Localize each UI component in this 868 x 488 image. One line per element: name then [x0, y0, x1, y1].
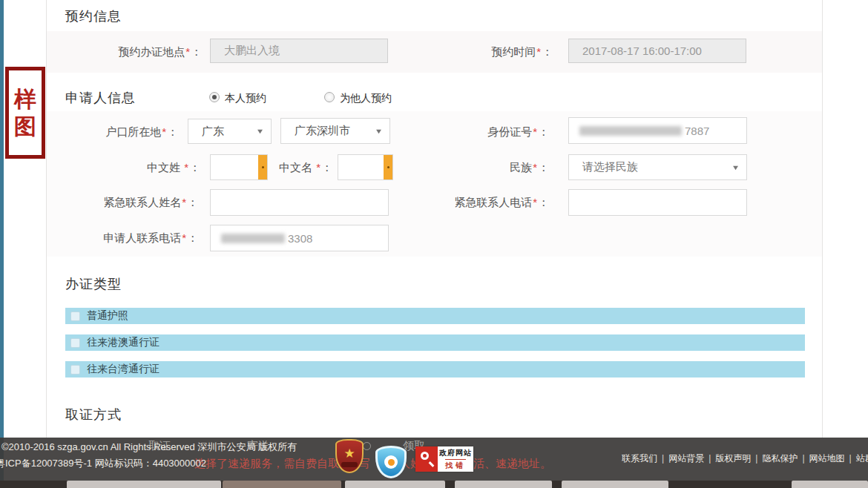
hukou-city-select[interactable]: 广东深圳市 ▼ — [280, 118, 390, 144]
appointment-location-label: 预约办证地点*： — [118, 39, 202, 65]
hukou-label: 户口所在地*： — [105, 119, 178, 145]
appointment-time-value: 2017-08-17 16:00-17:00 — [582, 44, 702, 57]
givenname-label: 中文名 *： — [279, 154, 332, 180]
redacted-id-prefix — [579, 126, 682, 136]
page-footer: 取证 寄送 领取 选择了速递服务，需自费自取， 填写 人姓 活、速递地址。 ©2… — [0, 438, 868, 481]
emergency-phone-input[interactable] — [568, 189, 747, 216]
footer-icp: 粤ICP备12007389号-1 网站标识码：4403000002 — [0, 457, 206, 470]
redacted-phone-prefix — [221, 234, 285, 243]
id-number-input[interactable]: 7887 — [568, 117, 747, 144]
appointment-location-input: 大鹏出入境 — [210, 39, 388, 63]
hukou-city-value: 广东深圳市 — [295, 124, 350, 138]
chevron-down-icon: ▼ — [256, 128, 265, 135]
taskbar-window-button[interactable] — [223, 481, 341, 488]
obscured-radio — [363, 442, 371, 450]
surname-input[interactable] — [210, 154, 268, 180]
chevron-down-icon: ▼ — [375, 128, 384, 135]
footer-link-site-group-nav[interactable]: 站群导航 — [856, 453, 868, 464]
validation-warning-icon — [258, 154, 268, 180]
applicant-phone-label: 申请人联系电话*： — [103, 225, 198, 251]
checkbox-icon[interactable] — [70, 365, 80, 375]
footer-link-background[interactable]: 网站背景 — [668, 453, 704, 464]
emergency-name-input[interactable] — [210, 189, 389, 216]
section-title-doc-type: 办证类型 — [65, 275, 122, 293]
taskbar-window-button[interactable] — [792, 481, 868, 488]
badge-banner — [341, 462, 358, 467]
checkbox-icon[interactable] — [70, 338, 80, 348]
sample-image-stamp: 样 图 — [5, 67, 45, 159]
section-title-appointment: 预约信息 — [65, 7, 122, 25]
page-left-edge — [0, 0, 4, 481]
surname-label: 中文姓 *： — [147, 154, 200, 180]
appointment-form-page: 样 图 预约信息 预约办证地点*： 大鹏出入境 预约时间*： 2017-08-1… — [0, 0, 868, 488]
taskbar-window-button[interactable] — [455, 481, 552, 488]
footer-link-contact[interactable]: 联系我们 — [622, 453, 657, 464]
radio-book-for-other[interactable] — [324, 92, 335, 102]
footer-links: 联系我们|网站背景|版权声明|隐私保护|网站地图|站群导航 — [622, 452, 868, 465]
emergency-phone-label: 紧急联系人电话*： — [454, 189, 549, 215]
doc-type-option-hk-macau[interactable]: 往来港澳通行证 — [65, 334, 805, 351]
ethnicity-placeholder: 请选择民族 — [582, 160, 638, 174]
obscured-warning-text: 活、速递地址。 — [473, 457, 551, 471]
footer-link-copyright[interactable]: 版权声明 — [715, 453, 751, 464]
radio-self-booking[interactable] — [209, 92, 220, 102]
appointment-time-input: 2017-08-17 16:00-17:00 — [568, 39, 746, 63]
gov-badge-title: 政府网站 — [439, 448, 472, 458]
ethnicity-select[interactable]: 请选择民族 ▼ — [568, 154, 747, 180]
footer-link-sitemap[interactable]: 网站地图 — [809, 453, 845, 464]
ethnicity-label: 民族*： — [510, 154, 549, 180]
badge-star-icon: ★ — [343, 446, 355, 461]
doc-type-label: 往来台湾通行证 — [87, 363, 160, 376]
taskbar-window-button[interactable] — [345, 481, 445, 488]
stamp-char: 样 — [14, 88, 36, 111]
taskbar-window-button[interactable] — [562, 481, 668, 488]
appointment-time-label: 预约时间*： — [491, 39, 553, 65]
hukou-province-value: 广东 — [202, 125, 224, 139]
hukou-province-select[interactable]: 广东 ▼ — [188, 119, 272, 144]
footer-link-privacy[interactable]: 隐私保护 — [762, 453, 798, 464]
form-right-border — [822, 0, 823, 438]
doc-type-option-passport[interactable]: 普通护照 — [65, 308, 805, 324]
checkbox-icon[interactable] — [70, 311, 80, 321]
section-title-pickup: 取证方式 — [65, 406, 122, 423]
taskbar-window-button[interactable] — [67, 481, 221, 488]
taskbar — [0, 481, 868, 488]
doc-type-option-taiwan[interactable]: 往来台湾通行证 — [65, 361, 805, 377]
chevron-down-icon: ▼ — [731, 164, 740, 171]
gov-site-error-report-badge[interactable]: 政府网站 找错 — [415, 446, 473, 472]
gov-badge-subtitle: 找错 — [445, 459, 466, 471]
doc-type-label: 普通护照 — [87, 309, 128, 323]
validation-warning-icon — [384, 154, 393, 180]
id-number-suffix: 7887 — [685, 125, 709, 137]
id-number-label: 身份证号*： — [487, 119, 549, 145]
obscured-warning-text: 选择了速递服务，需自费自取， — [194, 457, 350, 471]
givenname-input[interactable] — [338, 154, 393, 180]
emergency-name-label: 紧急联系人姓名*： — [103, 189, 198, 215]
radio-self-booking-label[interactable]: 本人预约 — [225, 92, 266, 105]
applicant-phone-input[interactable]: 3308 — [210, 225, 389, 251]
appointment-location-value: 大鹏出入境 — [224, 44, 280, 58]
radio-book-for-other-label[interactable]: 为他人预约 — [340, 92, 392, 105]
stamp-char: 图 — [14, 116, 36, 138]
badge-core — [384, 455, 398, 469]
magnifier-icon — [415, 446, 438, 472]
footer-copyright: ©2010-2016 szga.gov.cn All Rights Reserv… — [1, 441, 297, 454]
doc-type-label: 往来港澳通行证 — [87, 336, 160, 349]
section-title-applicant: 申请人信息 — [65, 89, 136, 107]
applicant-phone-suffix: 3308 — [288, 232, 312, 245]
